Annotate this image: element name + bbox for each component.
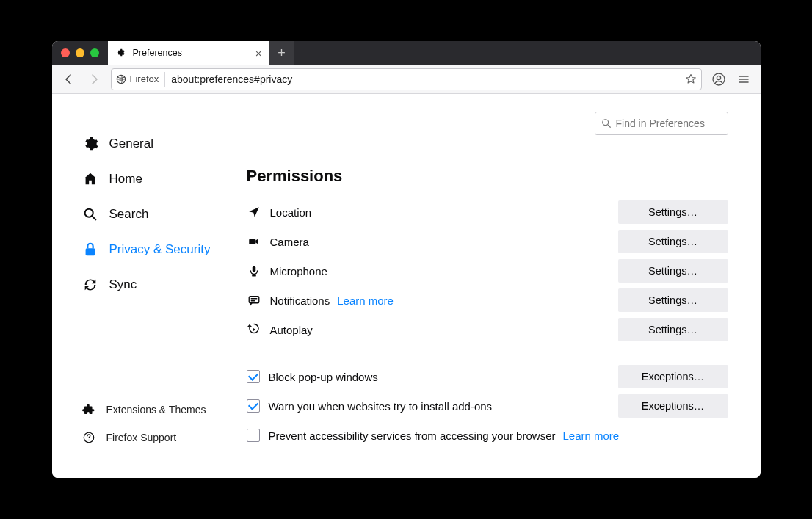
category-sync[interactable]: Sync (81, 267, 247, 302)
window-close-button[interactable] (61, 48, 70, 57)
category-label: General (109, 137, 153, 151)
category-home[interactable]: Home (81, 161, 247, 197)
search-icon (81, 206, 99, 223)
search-placeholder: Find in Preferences (616, 117, 705, 129)
warn-addons-row: Warn you when websites try to install ad… (247, 391, 728, 421)
svg-rect-4 (85, 248, 95, 255)
preferences-content: General Home Search Privacy & Security (52, 94, 761, 478)
category-label: Home (109, 172, 142, 186)
browser-window: Preferences × + Firefox about:preference… (52, 41, 761, 478)
block-popups-row: Block pop-up windows Exceptions… (247, 362, 728, 391)
category-privacy[interactable]: Privacy & Security (81, 232, 247, 267)
permission-microphone-row: Microphone Settings… (247, 256, 728, 286)
microphone-settings-button[interactable]: Settings… (618, 259, 728, 283)
firefox-icon (116, 74, 126, 84)
svg-rect-10 (249, 297, 259, 303)
tab-strip: Preferences × + (108, 41, 761, 65)
firefox-support-link[interactable]: Firefox Support (81, 424, 247, 451)
gear-icon (81, 135, 99, 153)
warn-addons-exceptions-button[interactable]: Exceptions… (618, 394, 728, 418)
block-popups-checkbox[interactable] (247, 370, 260, 383)
category-search[interactable]: Search (81, 197, 247, 232)
section-divider (247, 156, 728, 156)
window-minimize-button[interactable] (76, 48, 84, 57)
svg-point-7 (602, 120, 608, 126)
permission-location-row: Location Settings… (247, 197, 728, 227)
warn-addons-checkbox[interactable] (247, 399, 260, 413)
microphone-icon (247, 264, 261, 278)
notifications-settings-button[interactable]: Settings… (618, 288, 728, 312)
window-maximize-button[interactable] (90, 48, 99, 57)
forward-button[interactable] (83, 68, 105, 90)
prevent-accessibility-row: Prevent accessibility services from acce… (247, 421, 728, 450)
category-general[interactable]: General (81, 126, 247, 161)
permission-label: Location (270, 206, 312, 219)
puzzle-icon (81, 402, 96, 417)
permission-label: Camera (270, 236, 309, 248)
notification-icon (247, 293, 261, 308)
accessibility-learn-more-link[interactable]: Learn more (562, 429, 619, 442)
checkbox-label: Warn you when websites try to install ad… (269, 400, 493, 413)
gear-icon (115, 47, 127, 59)
categories-sidebar: General Home Search Privacy & Security (52, 94, 247, 478)
checkbox-label: Block pop-up windows (269, 371, 378, 383)
search-icon (601, 118, 612, 128)
extensions-themes-link[interactable]: Extensions & Themes (81, 396, 247, 424)
identity-label: Firefox (130, 73, 159, 84)
sidebar-footer: Extensions & Themes Firefox Support (81, 396, 247, 466)
svg-rect-9 (252, 266, 255, 272)
plus-icon: + (278, 46, 286, 61)
permission-label: Autoplay (270, 324, 313, 336)
block-popups-exceptions-button[interactable]: Exceptions… (618, 365, 728, 388)
preferences-search-input[interactable]: Find in Preferences (595, 112, 728, 135)
category-label: Privacy & Security (109, 242, 211, 257)
permission-label: Notifications (270, 294, 330, 307)
footer-label: Firefox Support (106, 432, 177, 443)
svg-point-3 (84, 209, 93, 217)
location-settings-button[interactable]: Settings… (618, 200, 728, 224)
navigation-toolbar: Firefox about:preferences#privacy (52, 65, 761, 94)
svg-point-6 (88, 440, 90, 441)
autoplay-settings-button[interactable]: Settings… (618, 318, 728, 341)
bookmark-star-icon[interactable] (685, 73, 697, 85)
tab-close-icon[interactable]: × (255, 47, 262, 59)
permission-notifications-row: Notifications Learn more Settings… (247, 286, 728, 315)
url-actions (685, 73, 697, 85)
url-bar[interactable]: Firefox about:preferences#privacy (111, 68, 702, 90)
prevent-accessibility-checkbox[interactable] (247, 429, 260, 442)
permission-camera-row: Camera Settings… (247, 227, 728, 256)
category-label: Search (109, 207, 149, 222)
titlebar: Preferences × + (52, 41, 761, 65)
camera-settings-button[interactable]: Settings… (618, 230, 728, 253)
lock-icon (81, 241, 99, 258)
footer-label: Extensions & Themes (106, 404, 206, 415)
permission-label: Microphone (270, 265, 327, 277)
checkbox-label: Prevent accessibility services from acce… (269, 429, 556, 442)
notifications-learn-more-link[interactable]: Learn more (337, 294, 394, 307)
identity-box[interactable]: Firefox (116, 72, 166, 87)
home-icon (81, 170, 99, 188)
back-button[interactable] (58, 68, 80, 90)
traffic-lights (52, 41, 108, 65)
account-button[interactable] (708, 68, 730, 90)
app-menu-button[interactable] (733, 68, 755, 90)
main-pane: Find in Preferences Permissions Location… (247, 94, 761, 478)
new-tab-button[interactable]: + (269, 41, 294, 65)
camera-icon (247, 234, 261, 249)
url-text: about:preferences#privacy (165, 73, 292, 85)
tab-preferences[interactable]: Preferences × (108, 41, 269, 65)
svg-point-2 (717, 76, 720, 79)
tab-title-label: Preferences (133, 48, 182, 58)
permission-autoplay-row: Autoplay Settings… (247, 315, 728, 344)
permissions-heading: Permissions (247, 167, 728, 186)
location-icon (247, 205, 261, 219)
svg-rect-8 (249, 239, 255, 244)
autoplay-icon (247, 322, 261, 337)
sync-icon (81, 276, 99, 294)
category-label: Sync (109, 277, 137, 292)
help-icon (81, 430, 96, 445)
